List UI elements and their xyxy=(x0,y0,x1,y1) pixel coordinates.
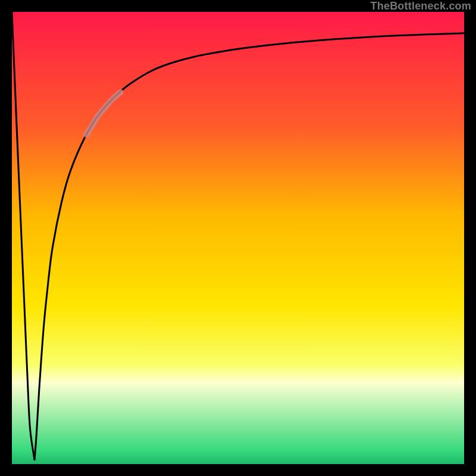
chart-frame: TheBottleneck.com xyxy=(0,0,476,476)
bottleneck-chart xyxy=(12,12,464,464)
gradient-background xyxy=(12,12,464,464)
watermark-text: TheBottleneck.com xyxy=(371,0,471,12)
